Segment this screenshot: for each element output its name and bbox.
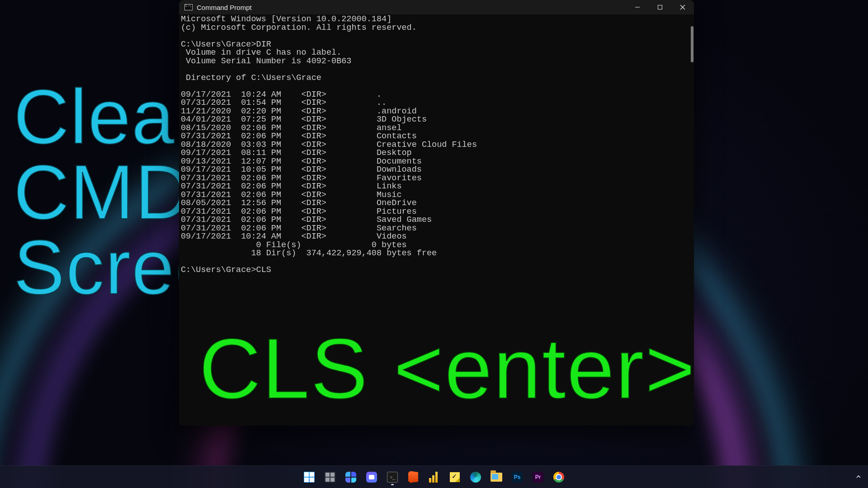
taskbar-item-chat[interactable] (363, 469, 380, 486)
close-button[interactable] (671, 0, 694, 14)
scroll-thumb[interactable] (691, 26, 693, 62)
taskbar-item-start[interactable] (301, 469, 318, 486)
explorer-icon (491, 471, 502, 483)
office-icon (407, 471, 419, 483)
taskbar: PsPr (0, 465, 868, 488)
titlebar[interactable]: Command Prompt (179, 0, 694, 14)
term-line: Directory of C:\Users\Grace (181, 73, 321, 83)
taskbar-item-widgets[interactable] (342, 469, 359, 486)
term-line: Volume Serial Number is 4092-0B63 (181, 56, 351, 66)
taskbar-item-photoshop[interactable]: Ps (509, 469, 526, 486)
taskbar-item-edge[interactable] (467, 469, 484, 486)
premiere-icon: Pr (532, 471, 544, 483)
minimize-button[interactable] (626, 0, 649, 14)
taskbar-item-chrome[interactable] (550, 469, 567, 486)
taskbar-item-stickynotes[interactable] (446, 469, 463, 486)
taskbar-item-terminal[interactable] (384, 469, 401, 486)
chat-icon (366, 471, 377, 483)
dir-listing: 09/17/2021 10:24 AM <DIR> . 07/31/2021 0… (181, 90, 477, 242)
taskbar-item-office[interactable] (405, 469, 422, 486)
term-prompt: C:\Users\Grace>CLS (181, 265, 271, 275)
tray-overflow-button[interactable] (852, 465, 865, 488)
widgets-icon (345, 471, 357, 483)
start-icon (303, 471, 315, 483)
terminal-icon (387, 471, 398, 483)
window-title: Command Prompt (197, 4, 252, 11)
svg-rect-1 (658, 5, 662, 9)
term-line: (c) Microsoft Corporation. All rights re… (181, 23, 417, 33)
taskbar-item-premiere[interactable]: Pr (529, 469, 547, 486)
taskbar-item-powerbi[interactable] (425, 469, 443, 486)
photoshop-icon: Ps (511, 471, 523, 483)
overlay-cls-banner: CLS <enter> (199, 330, 696, 407)
edge-icon (470, 471, 481, 483)
stickynotes-icon (449, 471, 461, 483)
maximize-button[interactable] (649, 0, 671, 14)
taskview-icon (324, 471, 336, 483)
term-line: 18 Dir(s) 374,422,929,408 bytes free (181, 249, 437, 258)
chrome-icon (553, 471, 565, 483)
powerbi-icon (428, 471, 440, 483)
cmd-icon (184, 4, 193, 10)
taskbar-item-explorer[interactable] (488, 469, 505, 486)
taskbar-item-taskview[interactable] (321, 469, 339, 486)
